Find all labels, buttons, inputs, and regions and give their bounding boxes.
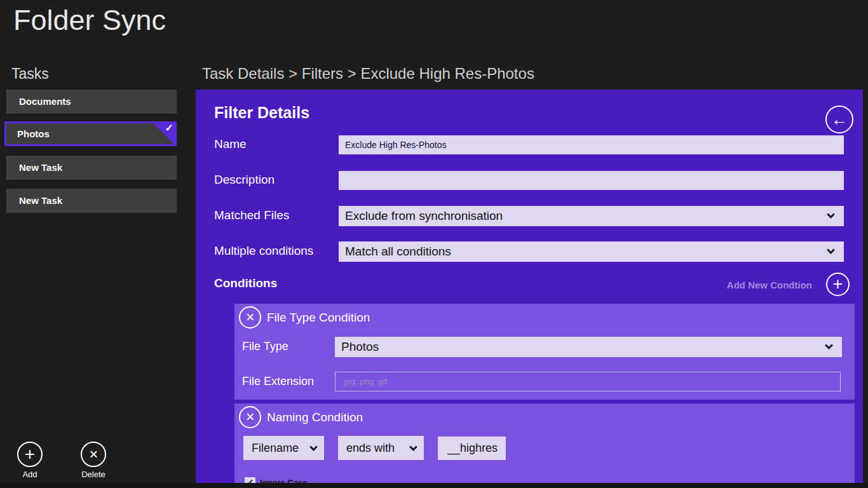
operator-select[interactable]: ends with: [338, 436, 424, 460]
plus-icon: +: [17, 442, 43, 467]
condition-title: File Type Condition: [267, 311, 370, 325]
close-icon: ×: [81, 442, 106, 467]
chevron-down-icon: [825, 341, 833, 349]
name-input[interactable]: [339, 135, 844, 154]
file-type-select[interactable]: Photos: [335, 337, 842, 357]
close-icon: ×: [246, 409, 254, 425]
task-item-documents[interactable]: Documents: [6, 90, 177, 114]
filename-field-select[interactable]: Filename: [243, 436, 324, 460]
check-icon: ✓: [247, 477, 254, 483]
remove-condition-button[interactable]: ×: [239, 306, 261, 329]
file-extension-label: File Extension: [242, 375, 314, 388]
check-icon: ✓: [165, 122, 173, 134]
conditions-header: Conditions: [214, 276, 277, 290]
add-new-condition-link[interactable]: Add New Condtion: [641, 280, 812, 290]
file-extension-input[interactable]: [335, 372, 841, 391]
description-label: Description: [214, 173, 275, 187]
app-title: Folder Sync: [13, 4, 166, 37]
task-item-label: Photos: [17, 128, 50, 139]
add-condition-button[interactable]: +: [826, 273, 850, 296]
back-button[interactable]: ←: [825, 105, 853, 133]
add-task-button[interactable]: + Add: [3, 442, 57, 479]
task-item-photos[interactable]: Photos ✓: [4, 121, 177, 146]
filename-field-value: Filename: [252, 442, 299, 454]
condition-title: Naming Condition: [267, 410, 363, 424]
operator-value: ends with: [346, 442, 395, 454]
bottom-edge: [0, 483, 868, 488]
chevron-down-icon: [827, 210, 835, 219]
add-button-label: Add: [3, 470, 57, 479]
naming-condition-card: × Naming Condition Filename ends with ✓ …: [234, 403, 855, 483]
pattern-text-input[interactable]: [438, 437, 506, 460]
matched-files-value: Exclude from synchronisation: [345, 209, 503, 222]
task-item-label: New Task: [19, 162, 62, 173]
chevron-down-icon: [309, 443, 318, 451]
tasks-header: Tasks: [11, 65, 49, 83]
ignore-case-checkbox[interactable]: ✓: [245, 477, 255, 483]
description-input[interactable]: [339, 171, 844, 190]
matched-files-label: Matched Files: [214, 208, 289, 222]
back-arrow-icon: ←: [831, 110, 848, 129]
close-icon: ×: [246, 309, 254, 325]
multiple-conditions-value: Match all conditions: [345, 245, 451, 258]
matched-files-select[interactable]: Exclude from synchronisation: [339, 206, 844, 226]
plus-icon: +: [833, 274, 843, 294]
filter-details-panel: Filter Details ← Name Description Matche…: [196, 90, 863, 483]
task-item-label: New Task: [19, 195, 62, 206]
task-item-new-task-1[interactable]: New Task: [6, 156, 177, 180]
multiple-conditions-label: Multiple conditions: [214, 244, 313, 258]
file-type-label: File Type: [242, 340, 288, 353]
file-type-condition-card: × File Type Condition File Type Photos F…: [234, 304, 855, 400]
name-label: Name: [214, 137, 247, 151]
multiple-conditions-select[interactable]: Match all conditions: [339, 241, 844, 262]
task-item-label: Documents: [19, 96, 71, 107]
remove-condition-button[interactable]: ×: [239, 406, 261, 428]
breadcrumb[interactable]: Task Details > Filters > Exclude High Re…: [202, 65, 534, 83]
delete-task-button[interactable]: × Delete: [67, 442, 120, 479]
ignore-case-label: Ignore Case: [260, 478, 307, 483]
chevron-down-icon: [827, 246, 835, 254]
page-title: Filter Details: [214, 104, 309, 122]
task-item-new-task-2[interactable]: New Task: [6, 189, 177, 213]
file-type-value: Photos: [341, 340, 379, 353]
chevron-down-icon: [409, 443, 417, 451]
delete-button-label: Delete: [67, 470, 120, 479]
